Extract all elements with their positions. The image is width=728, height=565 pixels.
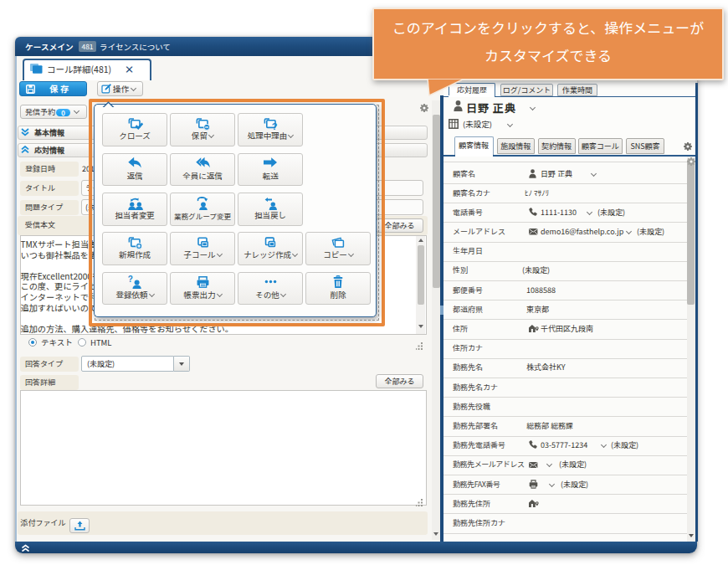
svg-text:?: ? [272,121,278,131]
svg-text:?: ? [128,275,133,284]
